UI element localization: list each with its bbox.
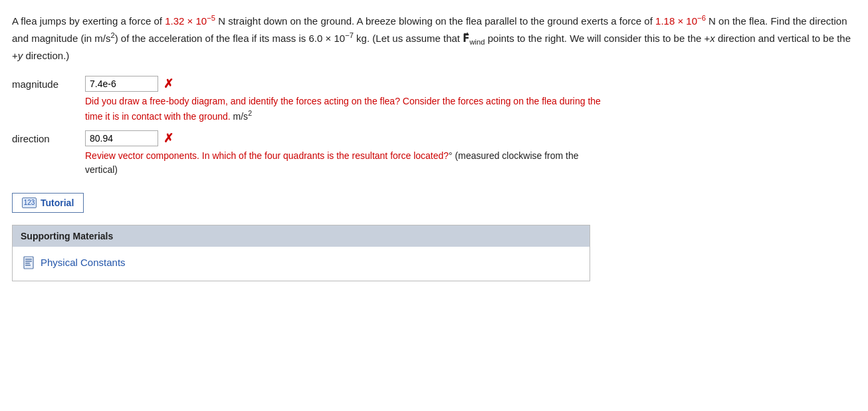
magnitude-input-with-x: ✗ — [85, 76, 603, 92]
magnitude-hint-text: Did you draw a free-body diagram, and id… — [85, 96, 601, 122]
magnitude-label: magnitude — [12, 76, 85, 90]
force1-value: 1.32 — [165, 15, 184, 27]
force2-exp: −6 — [697, 14, 706, 22]
magnitude-row: magnitude ✗ Did you draw a free-body dia… — [12, 76, 856, 124]
document-icon — [23, 256, 35, 269]
document-svg — [23, 256, 35, 269]
direction-label: direction — [12, 130, 85, 144]
svg-rect-1 — [25, 259, 32, 260]
direction-hint-text: Review vector components. In which of th… — [85, 150, 449, 161]
tutorial-icon-text: 123 — [24, 199, 35, 206]
physical-constants-link[interactable]: Physical Constants — [23, 256, 126, 269]
force1-exp: −5 — [207, 14, 215, 22]
direction-hint: Review vector components. In which of th… — [85, 149, 603, 177]
problem-intro: A flea jumps by exerting a force of — [12, 15, 162, 27]
supporting-materials-body: Physical Constants — [13, 247, 590, 281]
physical-constants-label: Physical Constants — [41, 257, 126, 268]
tutorial-button[interactable]: 123 Tutorial — [12, 193, 84, 213]
magnitude-units: m/s2 — [233, 111, 252, 122]
magnitude-hint: Did you draw a free-body diagram, and id… — [85, 94, 603, 124]
magnitude-clear-icon[interactable]: ✗ — [163, 76, 173, 91]
svg-rect-3 — [25, 263, 30, 264]
problem-statement: A flea jumps by exerting a force of 1.32… — [12, 12, 856, 64]
magnitude-input[interactable] — [85, 76, 158, 92]
tutorial-label: Tutorial — [41, 198, 74, 208]
force1-unit: N straight down on the ground. A breeze … — [218, 15, 653, 27]
direction-row: direction ✗ Review vector components. In… — [12, 130, 856, 177]
magnitude-input-group: ✗ Did you draw a free-body diagram, and … — [85, 76, 603, 124]
direction-clear-icon[interactable]: ✗ — [163, 131, 173, 146]
supporting-materials-panel: Supporting Materials Physical Constants — [12, 225, 590, 281]
direction-input-with-x: ✗ — [85, 130, 603, 146]
svg-rect-2 — [25, 261, 32, 262]
force2-times: × 10−6 — [677, 15, 705, 27]
svg-rect-4 — [25, 265, 31, 266]
force2-value: 1.18 — [655, 15, 675, 27]
direction-input[interactable] — [85, 130, 158, 146]
direction-input-group: ✗ Review vector components. In which of … — [85, 130, 603, 177]
tutorial-icon: 123 — [22, 198, 37, 208]
force1-times: × 10−5 — [187, 15, 215, 27]
supporting-materials-header: Supporting Materials — [13, 225, 590, 247]
